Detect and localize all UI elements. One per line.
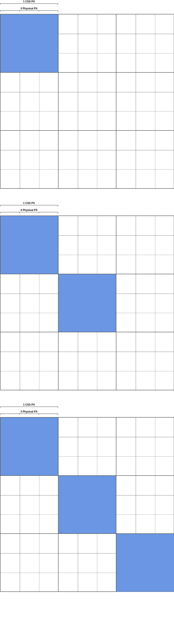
bracket-css-px xyxy=(0,205,58,206)
physical-px-line xyxy=(59,92,117,92)
bracket-tick xyxy=(39,11,39,12)
physical-px-line xyxy=(39,476,39,534)
bracket-tick xyxy=(39,212,39,213)
css-pixel-empty xyxy=(58,534,116,592)
physical-px-line xyxy=(20,476,20,534)
bracket-physical-px xyxy=(0,10,58,12)
physical-px-line xyxy=(116,170,174,170)
css-pixel-empty xyxy=(58,332,116,390)
pixel-grid xyxy=(0,417,174,592)
physical-px-line xyxy=(0,111,59,112)
physical-px-line xyxy=(116,514,174,515)
physical-px-line xyxy=(155,216,155,274)
physical-px-line xyxy=(97,534,97,592)
physical-px-line xyxy=(116,53,174,54)
physical-px-line xyxy=(136,332,136,390)
physical-px-line xyxy=(0,313,59,313)
physical-px-line xyxy=(0,170,59,170)
physical-px-line xyxy=(116,495,174,496)
css-pixel-empty xyxy=(0,534,58,592)
physical-px-line xyxy=(20,534,20,592)
bracket-physical-px xyxy=(0,212,58,213)
physical-px-line xyxy=(116,111,174,112)
physical-px-line xyxy=(59,437,117,437)
diagram-2: 1 CSS PX3 Physical PX xyxy=(0,202,174,390)
css-pixel-empty xyxy=(0,476,58,534)
physical-px-line xyxy=(59,371,117,371)
label-css-px: 1 CSS PX xyxy=(0,403,58,406)
css-pixel-empty xyxy=(58,72,116,131)
physical-px-line xyxy=(20,332,20,390)
physical-px-line xyxy=(20,131,20,189)
css-pixel-empty xyxy=(0,332,58,390)
physical-px-line xyxy=(59,553,117,554)
css-pixel-filled xyxy=(58,274,116,332)
physical-px-line xyxy=(20,274,20,332)
physical-px-line xyxy=(39,131,39,189)
physical-px-line xyxy=(116,150,174,150)
css-pixel-empty xyxy=(116,476,174,534)
bracket-tick xyxy=(39,414,39,415)
physical-px-line xyxy=(116,255,174,255)
physical-px-line xyxy=(39,534,39,592)
css-pixel-filled xyxy=(58,476,116,534)
physical-px-line xyxy=(97,14,97,73)
physical-px-line xyxy=(136,131,136,189)
label-physical-px: 3 Physical PX xyxy=(0,208,58,212)
css-pixel-empty xyxy=(116,332,174,390)
bracket-css-px xyxy=(0,407,58,408)
physical-px-line xyxy=(155,476,155,534)
physical-px-line xyxy=(136,476,136,534)
physical-px-line xyxy=(97,418,97,476)
physical-px-line xyxy=(78,14,78,73)
css-pixel-empty xyxy=(116,216,174,274)
physical-px-line xyxy=(59,573,117,573)
css-pixel-empty xyxy=(58,14,116,72)
physical-px-line xyxy=(78,216,78,274)
bracket-tick xyxy=(19,414,20,415)
physical-px-line xyxy=(39,73,39,131)
physical-px-line xyxy=(59,170,117,170)
physical-px-line xyxy=(136,418,136,476)
physical-px-line xyxy=(59,111,117,112)
physical-px-line xyxy=(97,131,97,189)
css-pixel-empty xyxy=(116,274,174,332)
label-css-px: 1 CSS PX xyxy=(0,202,58,205)
physical-px-line xyxy=(78,131,78,189)
bracket-tick xyxy=(19,212,20,213)
label-physical-px: 3 Physical PX xyxy=(0,410,58,413)
physical-px-line xyxy=(78,534,78,592)
physical-px-line xyxy=(0,573,59,573)
physical-px-line xyxy=(97,73,97,131)
physical-px-line xyxy=(155,131,155,189)
physical-px-line xyxy=(116,34,174,34)
physical-px-line xyxy=(155,332,155,390)
physical-px-line xyxy=(59,255,117,255)
physical-px-line xyxy=(155,418,155,476)
physical-px-line xyxy=(116,313,174,313)
physical-px-line xyxy=(116,352,174,352)
physical-px-line xyxy=(59,34,117,34)
physical-px-line xyxy=(59,53,117,54)
physical-px-line xyxy=(136,216,136,274)
physical-px-line xyxy=(97,332,97,390)
css-pixel-empty xyxy=(0,130,58,189)
physical-px-line xyxy=(136,274,136,332)
css-pixel-empty xyxy=(116,72,174,131)
pixel-grid xyxy=(0,14,174,188)
physical-px-line xyxy=(0,92,59,92)
bracket-tick xyxy=(19,11,20,12)
physical-px-line xyxy=(39,332,39,390)
css-pixel-empty xyxy=(0,72,58,131)
bracket-css-px xyxy=(0,4,58,5)
physical-px-line xyxy=(78,73,78,131)
css-pixel-filled xyxy=(0,216,58,274)
physical-px-line xyxy=(20,73,20,131)
css-pixel-empty xyxy=(0,274,58,332)
physical-px-line xyxy=(0,553,59,554)
physical-px-line xyxy=(0,150,59,150)
css-pixel-empty xyxy=(116,14,174,72)
physical-px-line xyxy=(78,418,78,476)
physical-px-line xyxy=(116,92,174,92)
physical-px-line xyxy=(59,352,117,352)
